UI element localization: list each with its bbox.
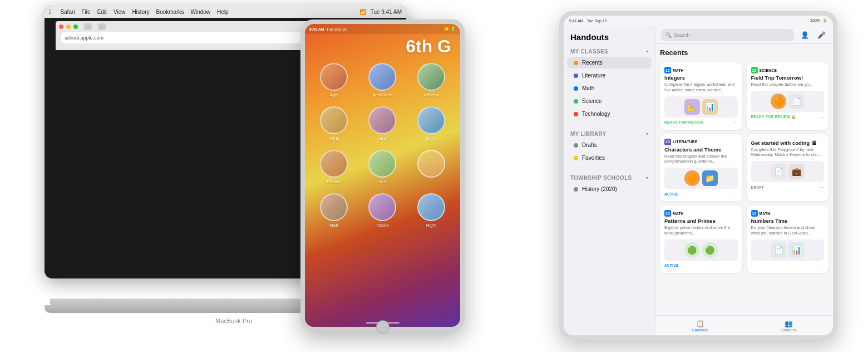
macbook-menubar:  Safari File Edit View History Bookmark… [45,6,406,18]
sidebar-item-technology[interactable]: Technology [567,108,652,120]
characters-preview-icon2: 📁 [702,170,718,186]
patterns-footer: ACTIVE ··· [664,263,738,268]
menu-window[interactable]: Window [191,9,211,15]
student-photo-eunice [320,150,348,178]
student-avatar-eunice[interactable]: Eunice [314,150,354,184]
numbers-more-btn[interactable]: ··· [820,263,824,268]
back-button[interactable]: ‹ [84,23,92,30]
student-avatar-aga[interactable]: Aga [314,63,354,97]
handout-card-integers[interactable]: 10 MATH Integers Complete the integers w… [660,62,742,130]
apple-logo:  [49,8,51,16]
wifi-icon: 📶 [359,9,366,15]
menu-safari[interactable]: Safari [60,9,75,15]
fieldtrip-more-btn[interactable]: ··· [820,114,824,120]
student-photo-chris [320,106,348,134]
township-schools-section-header[interactable]: Township Schools ▾ [564,172,655,183]
sidebar-divider-1 [570,124,648,124]
student-avatar-nicole[interactable]: Nicole [363,193,403,228]
integers-badge: 10 MATH [664,67,738,74]
student-name-matt: Matt [329,223,338,228]
handouts-search[interactable]: 🔍 Search [661,29,794,41]
sidebar-item-recents[interactable]: Recents [567,57,652,69]
menu-edit[interactable]: Edit [97,9,107,15]
numbers-title: Numbers Time [751,218,825,224]
characters-footer: ACTIVE ··· [664,191,738,197]
fullscreen-button[interactable] [73,25,78,29]
coding-status: DRAFT [751,185,765,189]
handouts-tab-icon: 📋 [696,320,704,327]
characters-more-btn[interactable]: ··· [733,191,738,197]
student-photo-matt [320,193,348,221]
patterns-badge: 10 MATH [664,210,738,217]
person-icon[interactable]: 👤 [798,29,811,41]
menu-view[interactable]: View [114,9,126,15]
menubar-right: 📶 Tue 9:41 AM [359,9,402,15]
history-label: History (2020) [582,186,617,192]
numbers-badge: 10 MATH [751,210,825,217]
handout-card-numbers[interactable]: 10 MATH Numbers Time Do your Nearpod les… [747,206,829,273]
fieldtrip-badge: 10 SCIENCE [751,67,825,74]
class-label: 6th G [406,36,451,57]
search-placeholder: Search [674,32,690,38]
student-photo-daren [368,106,396,134]
fieldtrip-title: Field Trip Tomorrow! [751,75,825,81]
my-library-label: My Library [570,131,606,137]
my-classes-section-header[interactable]: My Classes ▾ [564,45,655,56]
handout-card-patterns[interactable]: 10 MATH Patterns and Primes Explore prim… [660,206,742,273]
drafts-label: Drafts [582,142,597,148]
coding-more-btn[interactable]: ··· [820,184,824,190]
my-library-section-header[interactable]: My Library ▾ [564,128,655,139]
literature-label: Literature [582,72,605,79]
science-label: Science [582,98,602,104]
sidebar-item-science[interactable]: Science [567,95,652,107]
patterns-preview-icon1: 🟢 [684,242,700,258]
mic-icon[interactable]: 🎤 [815,29,827,41]
student-avatar-night[interactable]: Night [411,193,451,228]
sidebar-item-drafts[interactable]: Drafts [567,139,652,151]
math-dot [574,86,578,91]
fieldtrip-footer: READY FOR REVIEW 🔒 ··· [751,114,825,120]
handout-card-characters[interactable]: 10 LITERATURE Characters and Theme Read … [660,134,742,202]
recents-section-header: Recents [660,47,828,58]
student-name-eunice: Eunice [327,179,341,184]
fieldtrip-subject: SCIENCE [760,69,777,72]
student-avatar-chris[interactable]: Chris [314,106,354,141]
tabbar-students[interactable]: 👥 Students [781,320,797,332]
ipad-middle-home-button[interactable] [376,320,389,334]
handouts-main-header: 🔍 Search 👤 🎤 [655,26,833,44]
patterns-desc: Explore prime factors and solve the word… [664,225,738,236]
handout-card-fieldtrip[interactable]: 10 SCIENCE Field Trip Tomorrow! Read thi… [747,62,829,130]
tabbar-handouts[interactable]: 📋 Handouts [692,320,708,332]
sidebar-item-history[interactable]: History (2020) [567,183,652,195]
technology-dot [574,112,578,116]
science-dot [574,99,578,104]
close-button[interactable] [59,25,63,29]
menu-bookmarks[interactable]: Bookmarks [156,9,184,15]
patterns-more-btn[interactable]: ··· [733,263,738,268]
fieldtrip-preview-icon1: 🟠 [771,94,786,109]
patterns-title: Patterns and Primes [664,218,738,224]
integers-more-btn[interactable]: ··· [733,120,738,125]
fieldtrip-badge-dot: 10 [751,67,758,74]
minimize-button[interactable] [66,25,71,29]
menu-file[interactable]: File [82,9,91,15]
student-avatar-andrew[interactable]: Andrew [411,63,451,97]
menu-history[interactable]: History [132,9,149,15]
integers-status: READY FOR REVIEW [664,120,703,124]
student-name-night: Night [426,223,437,228]
forward-button[interactable]: › [98,23,106,30]
student-avatar-darla[interactable]: Darla [411,106,451,141]
student-avatar-joe[interactable]: Joe [363,150,403,184]
student-avatar-matt[interactable]: Matt [314,193,354,228]
sidebar-item-favorites[interactable]: Favorites [567,152,652,164]
student-avatar-daren[interactable]: Daren [363,106,403,141]
menu-help[interactable]: Help [217,9,229,15]
sidebar-item-math[interactable]: Math [567,82,652,94]
characters-badge: 10 LITERATURE [664,139,738,145]
handout-card-coding[interactable]: Get started with coding 🖥 Complete this … [747,134,829,202]
characters-preview: 🟠 📁 [664,168,738,189]
sidebar-item-literature[interactable]: Literature [567,70,652,81]
numbers-subject: MATH [760,212,771,216]
student-avatar-alexandra[interactable]: Alexandra [363,63,403,97]
ipad-middle-body: 9:41 AM Tue Sep 10 📶 🔋 6th G Aga Alexand… [300,19,465,331]
